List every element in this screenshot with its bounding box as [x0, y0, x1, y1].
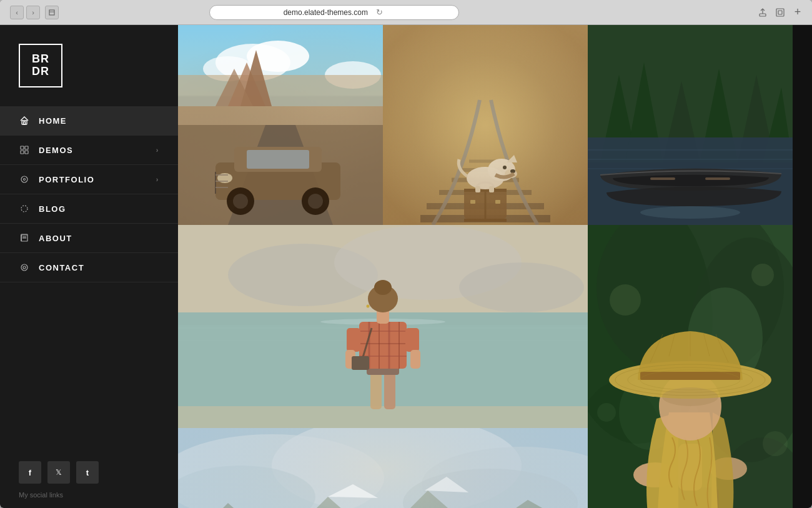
chevron-right-icon-portfolio: › [156, 176, 159, 183]
svg-point-84 [459, 262, 584, 312]
sidebar-item-contact[interactable]: CONTACT [0, 253, 178, 282]
main-content [178, 25, 812, 508]
svg-rect-8 [21, 146, 24, 149]
sidebar-item-about[interactable]: ABOUT [0, 224, 178, 253]
sidebar-item-demos[interactable]: DEMOS › [0, 136, 178, 165]
svg-rect-42 [247, 150, 309, 169]
svg-point-18 [21, 264, 27, 271]
back-button[interactable]: ‹ [10, 6, 24, 19]
add-tab-button[interactable]: + [791, 6, 805, 19]
social-area: f 𝕏 t My social links [0, 442, 178, 508]
social-label: My social links [19, 491, 159, 499]
svg-rect-4 [776, 9, 784, 16]
twitter-icon: 𝕏 [56, 468, 62, 477]
logo-text: BR DR [32, 53, 49, 78]
svg-rect-11 [25, 151, 28, 154]
chevron-right-icon: › [156, 146, 159, 154]
gallery-image-canoes[interactable] [588, 25, 793, 225]
reload-button[interactable]: ↻ [373, 6, 385, 19]
svg-rect-111 [352, 356, 369, 370]
sidebar-item-home[interactable]: HOME [0, 106, 178, 136]
svg-rect-104 [405, 328, 419, 352]
share-button[interactable] [756, 6, 770, 19]
url-text: demo.elated-themes.com [284, 8, 368, 17]
svg-rect-155 [178, 428, 588, 508]
sidebar-item-about-label: ABOUT [39, 234, 72, 243]
demos-icon [19, 144, 30, 156]
blog-icon [19, 203, 30, 214]
photo-grid [178, 25, 812, 508]
svg-rect-64 [383, 25, 588, 225]
gallery-image-woman-hat[interactable] [588, 225, 793, 508]
new-tab-button[interactable] [773, 6, 787, 19]
svg-point-136 [662, 387, 718, 406]
sidebar-item-blog-label: BLOG [39, 204, 66, 214]
sidebar-item-portfolio[interactable]: PORTFOLIO › [0, 165, 178, 194]
svg-point-79 [640, 206, 740, 219]
twitter-button[interactable]: 𝕏 [47, 461, 70, 484]
svg-point-140 [763, 431, 788, 456]
nav-menu: HOME DEMOS › [0, 106, 178, 442]
svg-point-138 [751, 264, 774, 286]
nav-buttons: ‹ › [10, 6, 40, 19]
social-buttons: f 𝕏 t [19, 461, 159, 484]
forward-button[interactable]: › [26, 6, 40, 19]
browser-window: ‹ › demo.elated-themes.com ↻ [0, 0, 812, 508]
gallery-image-dog-rails[interactable] [383, 25, 588, 225]
gallery-image-mountains[interactable] [178, 428, 588, 508]
svg-point-112 [367, 305, 370, 308]
svg-point-34 [233, 194, 248, 209]
tumblr-icon: t [86, 468, 89, 477]
svg-rect-103 [347, 328, 360, 352]
svg-rect-77 [650, 177, 675, 180]
svg-rect-10 [21, 151, 24, 154]
svg-point-12 [21, 176, 27, 182]
svg-rect-91 [178, 406, 588, 428]
sidebar-item-demos-label: DEMOS [39, 146, 73, 155]
svg-point-139 [597, 403, 616, 422]
svg-rect-0 [49, 10, 54, 15]
svg-rect-25 [178, 75, 383, 125]
svg-point-137 [610, 284, 641, 316]
about-icon [19, 232, 30, 244]
svg-rect-106 [410, 350, 420, 369]
facebook-button[interactable]: f [19, 461, 41, 484]
svg-rect-9 [25, 146, 28, 149]
svg-point-109 [374, 280, 392, 295]
window-zoom-button[interactable] [45, 6, 59, 19]
contact-icon [19, 262, 30, 273]
browser-actions: + [756, 6, 805, 19]
svg-point-14 [21, 206, 27, 212]
svg-point-36 [308, 194, 323, 209]
website-content: BR DR HOME [0, 25, 812, 508]
home-icon [19, 115, 30, 126]
facebook-icon: f [29, 468, 31, 477]
address-bar[interactable]: demo.elated-themes.com ↻ [209, 5, 459, 20]
svg-rect-78 [705, 177, 730, 180]
sidebar-item-home-label: HOME [39, 116, 67, 126]
sidebar-item-blog[interactable]: BLOG [0, 194, 178, 224]
gallery-image-woman-sea[interactable] [178, 225, 588, 428]
sidebar-item-contact-label: CONTACT [39, 263, 84, 272]
svg-rect-2 [760, 14, 766, 16]
gallery-image-vintage-car[interactable] [178, 25, 383, 225]
svg-rect-6 [22, 121, 27, 124]
sidebar: BR DR HOME [0, 25, 178, 508]
browser-chrome: ‹ › demo.elated-themes.com ↻ [0, 0, 812, 25]
logo-area: BR DR [0, 25, 178, 100]
svg-point-19 [23, 266, 26, 269]
logo-box[interactable]: BR DR [19, 44, 62, 87]
svg-rect-5 [778, 11, 782, 14]
svg-point-13 [24, 179, 26, 181]
tumblr-button[interactable]: t [76, 461, 99, 484]
portfolio-icon [19, 174, 30, 185]
sidebar-item-portfolio-label: PORTFOLIO [39, 175, 94, 184]
svg-rect-7 [24, 122, 26, 124]
